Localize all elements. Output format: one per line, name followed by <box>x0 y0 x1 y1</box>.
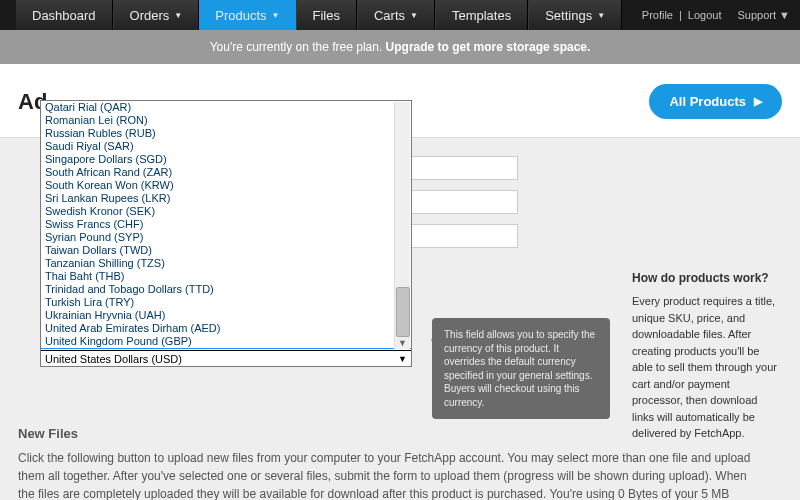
caret-down-icon: ▼ <box>174 11 182 20</box>
currency-option[interactable]: South African Rand (ZAR) <box>41 166 411 179</box>
nav-orders[interactable]: Orders▼ <box>113 0 200 30</box>
currency-option[interactable]: Russian Rubles (RUB) <box>41 127 411 140</box>
caret-down-icon: ▼ <box>597 11 605 20</box>
help-sidebar: How do products work? Every product requ… <box>632 269 782 442</box>
currency-selected-value[interactable]: United States Dollars (USD) ▼ <box>41 352 411 366</box>
currency-option[interactable]: United Arab Emirates Dirham (AED) <box>41 322 411 335</box>
caret-down-icon: ▼ <box>779 9 790 21</box>
currency-option[interactable]: Thai Baht (THB) <box>41 270 411 283</box>
currency-option[interactable]: Taiwan Dollars (TWD) <box>41 244 411 257</box>
account-links: Profile | Logout Support ▼ <box>642 0 790 30</box>
currency-option[interactable]: South Korean Won (KRW) <box>41 179 411 192</box>
scrollbar-thumb[interactable] <box>396 287 410 337</box>
currency-dropdown[interactable]: Qatari Rial (QAR)Romanian Lei (RON)Russi… <box>40 100 412 367</box>
nav-carts[interactable]: Carts▼ <box>357 0 435 30</box>
currency-option[interactable]: Swiss Francs (CHF) <box>41 218 411 231</box>
currency-option[interactable]: Syrian Pound (SYP) <box>41 231 411 244</box>
currency-option[interactable]: Tanzanian Shilling (TZS) <box>41 257 411 270</box>
help-body: Every product requires a title, unique S… <box>632 295 777 439</box>
currency-option[interactable]: Trinidad and Tobago Dollars (TTD) <box>41 283 411 296</box>
support-link[interactable]: Support ▼ <box>738 9 790 21</box>
chevron-right-icon: ▶ <box>754 95 762 108</box>
upgrade-link[interactable]: Upgrade to get more storage space. <box>386 40 591 54</box>
currency-option[interactable]: Qatari Rial (QAR) <box>41 101 411 114</box>
nav-dashboard[interactable]: Dashboard <box>16 0 113 30</box>
nav-files[interactable]: Files <box>296 0 357 30</box>
upgrade-banner: You're currently on the free plan. Upgra… <box>0 30 800 64</box>
logout-link[interactable]: Logout <box>688 9 722 21</box>
currency-option[interactable]: Sri Lankan Rupees (LKR) <box>41 192 411 205</box>
currency-option[interactable]: Romanian Lei (RON) <box>41 114 411 127</box>
all-products-button[interactable]: All Products▶ <box>649 84 782 119</box>
currency-option[interactable]: Swedish Kronor (SEK) <box>41 205 411 218</box>
help-heading: How do products work? <box>632 269 782 287</box>
currency-option[interactable]: Ukrainian Hryvnia (UAH) <box>41 309 411 322</box>
dropdown-arrow-icon: ▼ <box>398 354 407 364</box>
dropdown-scrollbar[interactable]: ▼ <box>394 102 410 349</box>
scrollbar-down-icon[interactable]: ▼ <box>398 338 407 348</box>
currency-option[interactable]: Saudi Riyal (SAR) <box>41 140 411 153</box>
nav-templates[interactable]: Templates <box>435 0 528 30</box>
new-files-description: Click the following button to upload new… <box>18 449 758 500</box>
nav-products[interactable]: Products▼ <box>199 0 295 30</box>
nav-settings[interactable]: Settings▼ <box>528 0 622 30</box>
currency-option[interactable]: United States Dollars (USD) <box>41 348 411 349</box>
caret-down-icon: ▼ <box>410 11 418 20</box>
currency-tooltip: This field allows you to specify the cur… <box>432 318 610 419</box>
profile-link[interactable]: Profile <box>642 9 673 21</box>
currency-option[interactable]: United Kingdom Pound (GBP) <box>41 335 411 348</box>
top-nav: DashboardOrders▼Products▼FilesCarts▼Temp… <box>0 0 800 30</box>
currency-option[interactable]: Turkish Lira (TRY) <box>41 296 411 309</box>
caret-down-icon: ▼ <box>272 11 280 20</box>
currency-option[interactable]: Singapore Dollars (SGD) <box>41 153 411 166</box>
